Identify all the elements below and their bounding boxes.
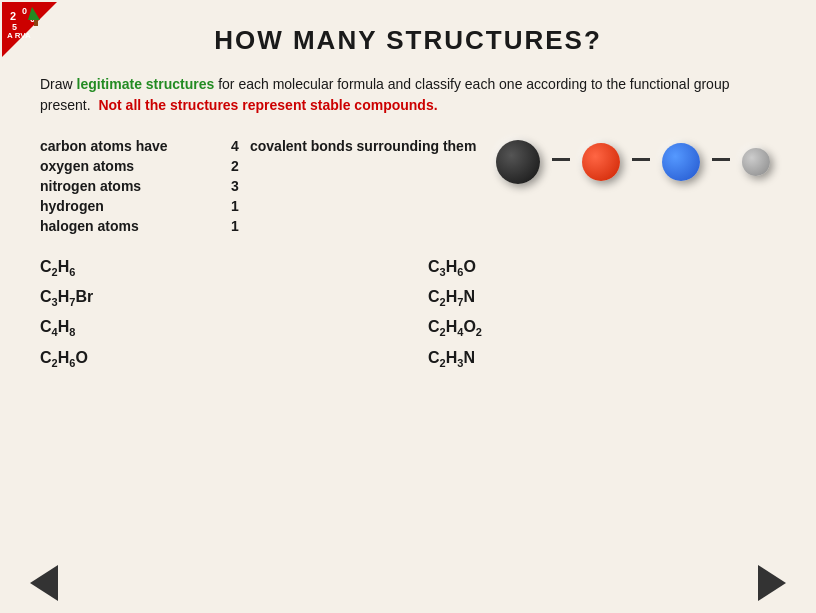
atom-label-hydrogen: hydrogen xyxy=(40,198,220,214)
atom-label-oxygen: oxygen atoms xyxy=(40,158,220,174)
molecule-5: C3H6O xyxy=(428,258,776,278)
bond-line-2 xyxy=(632,158,650,161)
nav-forward-button[interactable] xyxy=(758,565,786,601)
bond-line-3 xyxy=(712,158,730,161)
molecule-1: C2H6 xyxy=(40,258,388,278)
page-title: HOW MANY STRUCTURES? xyxy=(40,20,776,56)
atom-label-nitrogen: nitrogen atoms xyxy=(40,178,220,194)
oxygen-ball xyxy=(582,143,620,181)
molecule-2: C3H7Br xyxy=(40,288,388,308)
molecules-section: C2H6 C3H7Br C4H8 C2H6O C3H6O C2H7N C2H4O… xyxy=(40,258,776,379)
carbon-ball xyxy=(496,140,540,184)
corner-logo: 2 0 0 5 A RVA xyxy=(2,2,57,57)
molecule-3: C4H8 xyxy=(40,318,388,338)
hydrogen-atom-model xyxy=(742,148,770,176)
molecule-8: C2H3N xyxy=(428,349,776,369)
nitrogen-ball xyxy=(662,143,700,181)
atom-row-halogen: halogen atoms 1 xyxy=(40,218,476,234)
atom-number-carbon: 4 xyxy=(220,138,250,154)
molecule-6: C2H7N xyxy=(428,288,776,308)
atom-row-oxygen: oxygen atoms 2 xyxy=(40,158,476,174)
atom-models xyxy=(496,140,770,184)
atom-label-carbon: carbon atoms have xyxy=(40,138,220,154)
atom-desc-carbon: covalent bonds surrounding them xyxy=(250,138,476,154)
atom-table: carbon atoms have 4 covalent bonds surro… xyxy=(40,138,476,238)
atom-number-oxygen: 2 xyxy=(220,158,250,174)
molecule-4: C2H6O xyxy=(40,349,388,369)
nitrogen-atom-model xyxy=(662,143,700,181)
svg-rect-7 xyxy=(34,20,38,26)
atom-row-nitrogen: nitrogen atoms 3 xyxy=(40,178,476,194)
oxygen-atom-model xyxy=(582,143,620,181)
intro-part1: Draw xyxy=(40,76,77,92)
nav-back-button[interactable] xyxy=(30,565,58,601)
hydrogen-ball xyxy=(742,148,770,176)
svg-text:A RVA: A RVA xyxy=(7,31,31,40)
intro-highlight1: legitimate structures xyxy=(77,76,215,92)
atom-number-nitrogen: 3 xyxy=(220,178,250,194)
intro-highlight2: Not all the structures represent stable … xyxy=(98,97,437,113)
atom-number-hydrogen: 1 xyxy=(220,198,250,214)
atom-label-halogen: halogen atoms xyxy=(40,218,220,234)
atom-row-hydrogen: hydrogen 1 xyxy=(40,198,476,214)
molecule-7: C2H4O2 xyxy=(428,318,776,338)
intro-paragraph: Draw legitimate structures for each mole… xyxy=(40,74,776,116)
carbon-atom-model xyxy=(496,140,540,184)
atom-row-carbon: carbon atoms have 4 covalent bonds surro… xyxy=(40,138,476,154)
svg-text:2: 2 xyxy=(10,10,16,22)
info-section: carbon atoms have 4 covalent bonds surro… xyxy=(40,138,776,238)
svg-text:0: 0 xyxy=(22,6,27,16)
atom-number-halogen: 1 xyxy=(220,218,250,234)
bond-line-1 xyxy=(552,158,570,161)
page-container: 2 0 0 5 A RVA HOW MANY STRUCTURES? Draw … xyxy=(0,0,816,613)
